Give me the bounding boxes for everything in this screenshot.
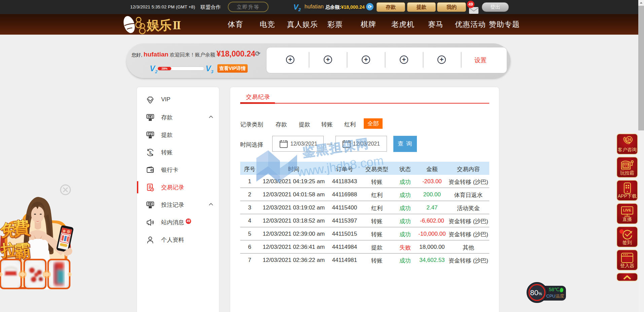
svg-text:$: $ [149,150,152,155]
svg-text:費: 費 [11,218,31,239]
svg-text:CPU温度: CPU温度 [546,294,564,299]
svg-text:II: II [173,18,181,32]
svg-text:LIVE: LIVE [623,208,631,212]
svg-text:24: 24 [627,138,631,142]
svg-text:777: 777 [623,164,629,167]
svg-text:58℃: 58℃ [549,287,559,292]
svg-text:娱乐: 娱乐 [146,18,171,32]
svg-text:霸: 霸 [13,241,32,262]
